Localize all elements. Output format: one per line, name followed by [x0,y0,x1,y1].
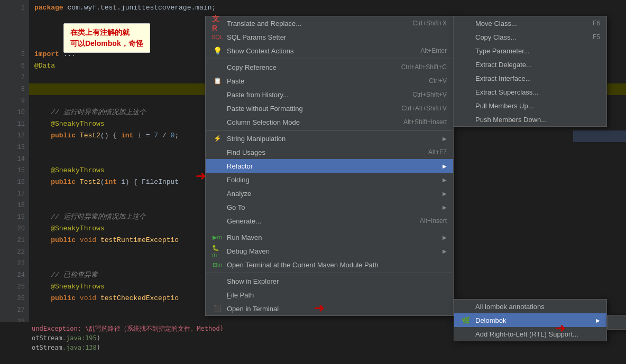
menu-separator-4 [206,273,453,273]
menu-find-usages[interactable]: Find Usages Alt+F7 [206,145,453,159]
empty-icon [461,45,471,56]
submenu-arrow: ▶ [443,248,447,254]
paste-icon: 📋 [212,76,223,86]
maven-run-icon: ▶m [212,232,223,242]
empty-icon [212,188,223,199]
menu-shortcut: Ctrl+Shift+X [412,20,447,27]
submenu-move-class[interactable]: Move Class... F6 [454,16,606,30]
lombok-icon: 🌿 [461,315,471,325]
menu-label: Paste [227,77,418,85]
menu-label: Push Members Down... [475,116,600,124]
submenu-push-members-down[interactable]: Push Members Down... [454,113,606,126]
menu-shortcut: Alt+Insert [420,217,447,225]
empty-icon [461,301,471,312]
submenu-extract-interface[interactable]: Extract Interface... [454,71,606,85]
menu-shortcut: Alt+Enter [420,47,447,54]
menu-label: SQL Params Setter [227,33,447,41]
empty-icon [212,89,223,100]
menu-label: Add Right-to-Left (RTL) Support... [475,330,600,338]
menu-label: Show Context Actions [227,47,410,55]
menu-label: Extract Delegate... [475,61,600,69]
submenu-arrow: ▶ [443,204,447,210]
menu-label: Analyze [227,190,438,198]
menu-label: Refactor [227,162,438,170]
menu-label: Generate... [227,217,409,225]
red-arrow-explorer: ➜ [314,301,324,318]
explorer-icon [212,276,223,286]
menu-label: Translate and Replace... [227,20,402,27]
submenu-rtl-support[interactable]: Add Right-to-Left (RTL) Support... [454,327,606,341]
menu-sql-params[interactable]: SQL SQL Params Setter [206,30,453,44]
menu-label: Find Usages [227,148,418,156]
empty-icon [461,114,471,125]
menu-label: Open Terminal at the Current Maven Modul… [227,261,447,269]
menu-shortcut: Ctrl+Alt+Shift+V [401,105,447,112]
menu-label: Debug Maven [227,247,438,255]
delombok-submenu: @Data [607,315,626,330]
empty-icon [461,100,471,111]
menu-label: Go To [227,203,438,211]
menu-translate-replace[interactable]: 文R Translate and Replace... Ctrl+Shift+X [206,16,453,30]
menu-file-path[interactable]: File Path [206,288,453,302]
menu-shortcut: Alt+Shift+Insert [403,118,447,126]
menu-analyze[interactable]: Analyze ▶ [206,186,453,200]
empty-icon [212,147,223,157]
menu-label: Column Selection Mode [227,118,393,126]
menu-show-explorer[interactable]: Show in Explorer [206,274,453,288]
submenu-data-annotation[interactable]: @Data [607,315,626,329]
menu-string-manipulation[interactable]: ⚡ String Manipulation ▶ [206,132,453,145]
menu-label: Open in Terminal [227,305,447,313]
empty-icon [212,202,223,212]
menu-separator-3 [206,229,453,229]
menu-label: Folding [227,176,438,184]
menu-open-terminal-maven[interactable]: ⊞m Open Terminal at the Current Maven Mo… [206,258,453,272]
menu-label: Paste from History... [227,91,402,99]
menu-debug-maven[interactable]: 🐛m Debug Maven ▶ [206,244,453,258]
empty-icon [212,216,223,226]
menu-label: Show in Explorer [227,277,447,285]
red-arrow-refactor: ➜ [196,169,206,186]
submenu-type-parameter[interactable]: Type Parameter... [454,44,606,58]
maven-debug-icon: 🐛m [212,246,223,256]
red-arrow-delombok: ➜ [555,321,565,338]
menu-paste[interactable]: 📋 Paste Ctrl+V [206,74,453,88]
submenu-extract-superclass[interactable]: Extract Superclass... [454,85,606,99]
submenu-pull-members-up[interactable]: Pull Members Up... [454,99,606,113]
menu-label: All lombok annotations [475,303,600,311]
menu-goto[interactable]: Go To ▶ [206,200,453,214]
menu-folding[interactable]: Folding ▶ [206,173,453,186]
empty-icon [212,117,223,127]
submenu-copy-class[interactable]: Copy Class... F5 [454,30,606,44]
menu-label: Delombok [475,316,592,324]
menu-column-selection[interactable]: Column Selection Mode Alt+Shift+Insert [206,115,453,129]
menu-refactor[interactable]: Refactor ▶ [206,159,453,173]
menu-shortcut: Ctrl+Shift+V [412,91,447,98]
menu-label: Type Parameter... [475,47,600,55]
empty-icon [212,103,223,114]
menu-copy-reference[interactable]: Copy Reference Ctrl+Alt+Shift+C [206,60,453,74]
menu-shortcut: Ctrl+Alt+Shift+C [401,63,447,71]
menu-paste-history[interactable]: Paste from History... Ctrl+Shift+V [206,88,453,101]
menu-label: String Manipulation [227,135,438,143]
submenu-lombok-all[interactable]: All lombok annotations [454,300,606,313]
bulb-icon: 💡 [212,45,223,56]
menu-label: Run Maven [227,234,438,241]
menu-shortcut: Alt+F7 [428,148,447,156]
menu-open-terminal[interactable]: ⬛ Open in Terminal [206,302,453,315]
annotation-bubble: 在类上有注解的就 可以Delombok，奇怪 [63,23,150,53]
empty-icon [212,161,223,171]
submenu-delombok-item[interactable]: 🌿 Delombok ▶ [454,313,606,327]
translate-icon: 文R [212,18,223,29]
empty-icon [461,32,471,42]
submenu-arrow: ▶ [443,235,447,240]
menu-label: Copy Class... [475,33,582,41]
menu-show-context-actions[interactable]: 💡 Show Context Actions Alt+Enter [206,44,453,58]
submenu-arrow: ▶ [596,318,600,323]
menu-label: Move Class... [475,20,582,27]
empty-icon [461,18,471,29]
sql-icon: SQL [212,32,223,42]
menu-paste-no-format[interactable]: Paste without Formatting Ctrl+Alt+Shift+… [206,101,453,115]
menu-generate[interactable]: Generate... Alt+Insert [206,214,453,228]
submenu-extract-delegate[interactable]: Extract Delegate... [454,58,606,71]
menu-run-maven[interactable]: ▶m Run Maven ▶ [206,230,453,244]
